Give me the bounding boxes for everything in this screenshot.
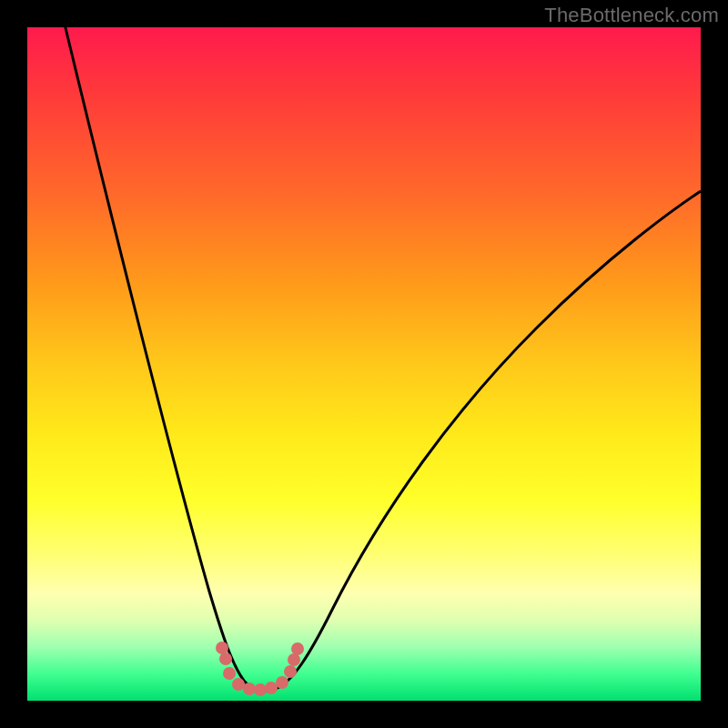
svg-point-4 [243, 682, 256, 695]
bottleneck-curve [61, 9, 701, 691]
svg-point-0 [216, 642, 228, 654]
svg-point-7 [276, 676, 288, 689]
svg-point-9 [288, 653, 300, 666]
svg-point-8 [284, 665, 297, 678]
watermark-text: TheBottleneck.com [544, 4, 719, 27]
svg-point-1 [219, 652, 232, 665]
chart-container: TheBottleneck.com [0, 0, 728, 728]
svg-point-10 [291, 642, 304, 655]
plot-area [27, 27, 701, 701]
svg-point-6 [265, 682, 278, 694]
curve-svg [27, 27, 701, 701]
svg-point-3 [232, 678, 245, 691]
svg-point-2 [223, 667, 236, 680]
svg-point-5 [254, 683, 267, 696]
